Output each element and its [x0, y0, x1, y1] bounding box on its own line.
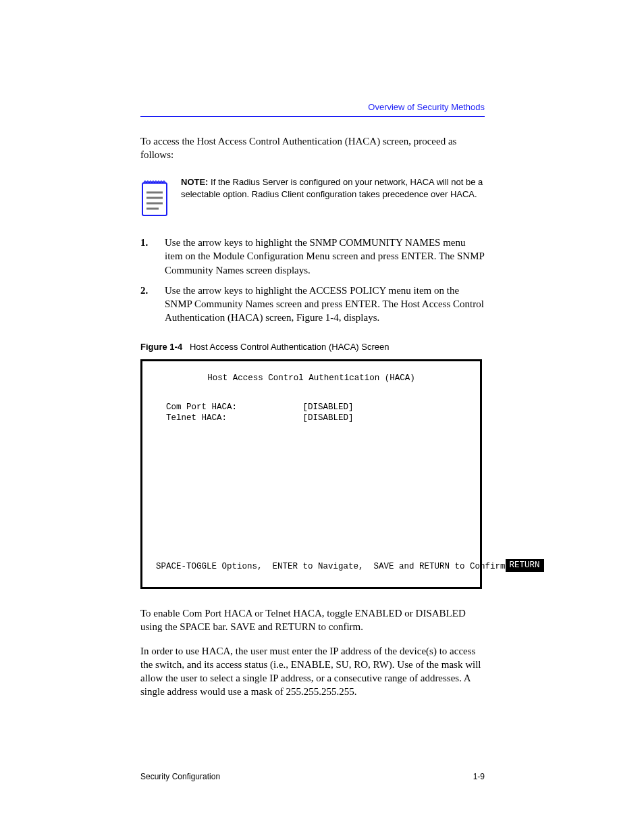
figure-line: Telnet HACA: [DISABLED] — [156, 413, 466, 423]
footer-page-number: 1-9 — [473, 771, 485, 782]
step-body: Use the arrow keys to highlight the ACCE… — [165, 284, 485, 325]
note-text: NOTE: If the Radius Server is configured… — [181, 176, 485, 200]
figure-return-button: RETURN — [506, 559, 544, 572]
paragraph: In order to use HACA, the user must ente… — [140, 644, 485, 699]
step-item: 2. Use the arrow keys to highlight the A… — [140, 284, 485, 325]
figure-number: Figure 1-4 — [140, 342, 182, 352]
page-content: Overview of Security Methods To access t… — [140, 101, 485, 708]
section-divider — [140, 116, 485, 117]
step-number: 2. — [140, 284, 155, 325]
intro-paragraph: To access the Host Access Control Authen… — [140, 134, 485, 162]
figure-line: Com Port HACA: [DISABLED] — [156, 402, 466, 413]
figure-title: Host Access Control Authentication (HACA… — [190, 342, 390, 352]
running-head: Overview of Security Methods — [140, 101, 485, 113]
page-footer: Security Configuration 1-9 — [140, 771, 485, 782]
note-body: If the Radius Server is configured on yo… — [181, 177, 483, 199]
footer-left: Security Configuration — [140, 771, 220, 782]
figure-screen-title: Host Access Control Authentication (HACA… — [156, 373, 466, 384]
step-item: 1. Use the arrow keys to highlight the S… — [140, 236, 485, 277]
step-body: Use the arrow keys to highlight the SNMP… — [165, 236, 485, 277]
note-label: NOTE: — [181, 177, 208, 187]
svg-rect-0 — [142, 183, 167, 215]
note-block: NOTE: If the Radius Server is configured… — [140, 176, 485, 217]
step-number: 1. — [140, 236, 155, 277]
paragraph: To enable Com Port HACA or Telnet HACA, … — [140, 606, 485, 634]
steps-list: 1. Use the arrow keys to highlight the S… — [140, 236, 485, 325]
figure-help-text: SPACE-TOGGLE Options, ENTER to Navigate,… — [156, 562, 506, 572]
figure-screenshot: Host Access Control Authentication (HACA… — [140, 359, 482, 589]
figure-caption: Figure 1-4 Host Access Control Authentic… — [140, 341, 485, 353]
notepad-icon — [140, 176, 169, 217]
post-figure-text: To enable Com Port HACA or Telnet HACA, … — [140, 606, 485, 699]
